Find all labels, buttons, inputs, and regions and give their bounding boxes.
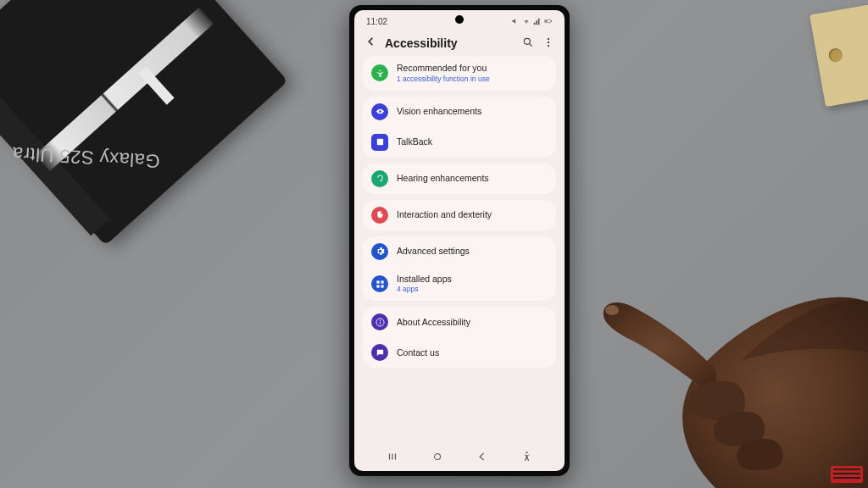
svg-point-18 — [605, 305, 619, 315]
talkback-icon — [371, 134, 388, 151]
recent-icon — [387, 451, 398, 463]
group-recommended: Recommended for you 1 accessibility func… — [363, 56, 556, 91]
row-recommended[interactable]: Recommended for you 1 accessibility func… — [363, 56, 556, 91]
hand-icon — [371, 207, 388, 224]
nav-accessibility-button[interactable] — [520, 451, 535, 464]
row-sub: 1 accessibility function in use — [397, 75, 490, 84]
group-hearing: Hearing enhancements — [363, 164, 556, 194]
row-label: Recommended for you — [397, 63, 490, 75]
svg-rect-1 — [551, 20, 552, 22]
home-icon — [431, 451, 443, 463]
volume-icon — [511, 17, 520, 25]
nav-recent-button[interactable] — [385, 451, 400, 465]
svg-rect-14 — [380, 321, 381, 324]
settings-list: Recommended for you 1 accessibility func… — [354, 56, 565, 368]
status-icons — [511, 17, 553, 25]
group-interaction: Interaction and dexterity — [363, 200, 556, 230]
nav-home-button[interactable] — [430, 451, 445, 465]
row-label: Advanced settings — [397, 246, 470, 258]
gear-icon — [371, 243, 388, 260]
ear-icon — [371, 170, 388, 187]
svg-point-15 — [379, 319, 380, 320]
chat-icon — [371, 344, 388, 361]
svg-rect-11 — [376, 285, 379, 287]
svg-point-4 — [548, 37, 549, 39]
svg-rect-2 — [545, 20, 547, 22]
accessibility-icon — [371, 64, 388, 81]
row-label: Installed apps — [397, 274, 452, 286]
search-button[interactable] — [522, 36, 534, 51]
phone-frame: 11:02 Accessibility — [349, 5, 570, 476]
app-header: Accessibility — [354, 29, 565, 56]
accessibility-nav-icon — [521, 451, 532, 462]
group-advanced: Advanced settings Installed apps 4 apps — [363, 236, 556, 302]
row-talkback[interactable]: TalkBack — [363, 127, 556, 158]
camera-notch — [455, 15, 464, 24]
row-label: Interaction and dexterity — [397, 209, 492, 221]
row-advanced[interactable]: Advanced settings — [363, 236, 556, 267]
svg-point-16 — [434, 453, 440, 459]
battery-icon — [544, 17, 553, 25]
apps-icon — [371, 275, 388, 292]
group-vision: Vision enhancements TalkBack — [363, 97, 556, 158]
nav-bar — [354, 444, 565, 471]
row-label: Contact us — [397, 347, 439, 359]
svg-point-3 — [524, 38, 530, 44]
back-button[interactable] — [364, 36, 376, 51]
product-box: Galaxy S25 Ultra — [0, 0, 288, 246]
more-vertical-icon — [542, 36, 554, 48]
row-sub: 4 apps — [397, 285, 452, 294]
svg-rect-9 — [376, 280, 379, 283]
eye-icon — [371, 103, 388, 120]
svg-point-7 — [379, 69, 381, 71]
row-label: About Accessibility — [397, 317, 470, 329]
row-hearing[interactable]: Hearing enhancements — [363, 164, 556, 194]
row-interaction[interactable]: Interaction and dexterity — [363, 200, 556, 230]
group-about: About Accessibility Contact us — [363, 307, 556, 368]
phone-screen: 11:02 Accessibility — [354, 10, 565, 471]
svg-rect-12 — [381, 285, 383, 287]
svg-rect-10 — [381, 280, 383, 283]
row-label: TalkBack — [397, 136, 432, 148]
wood-prop — [810, 3, 868, 107]
row-contact[interactable]: Contact us — [363, 337, 556, 368]
row-label: Vision enhancements — [397, 106, 481, 118]
row-label: Hearing enhancements — [397, 173, 489, 185]
status-time: 11:02 — [366, 17, 387, 26]
chevron-left-icon — [364, 36, 376, 47]
svg-point-6 — [548, 44, 549, 46]
nav-back-button[interactable] — [475, 451, 490, 465]
row-installed[interactable]: Installed apps 4 apps — [363, 267, 556, 302]
wifi-icon — [522, 17, 531, 25]
svg-point-17 — [526, 452, 527, 453]
row-about[interactable]: About Accessibility — [363, 307, 556, 337]
svg-rect-8 — [376, 139, 382, 145]
page-title: Accessibility — [385, 36, 514, 50]
info-icon — [371, 313, 388, 330]
channel-logo — [831, 466, 863, 483]
back-icon — [476, 451, 488, 463]
row-vision[interactable]: Vision enhancements — [363, 97, 556, 127]
more-button[interactable] — [542, 36, 554, 51]
signal-icon — [533, 17, 542, 25]
search-icon — [522, 36, 534, 48]
svg-point-5 — [548, 41, 549, 42]
